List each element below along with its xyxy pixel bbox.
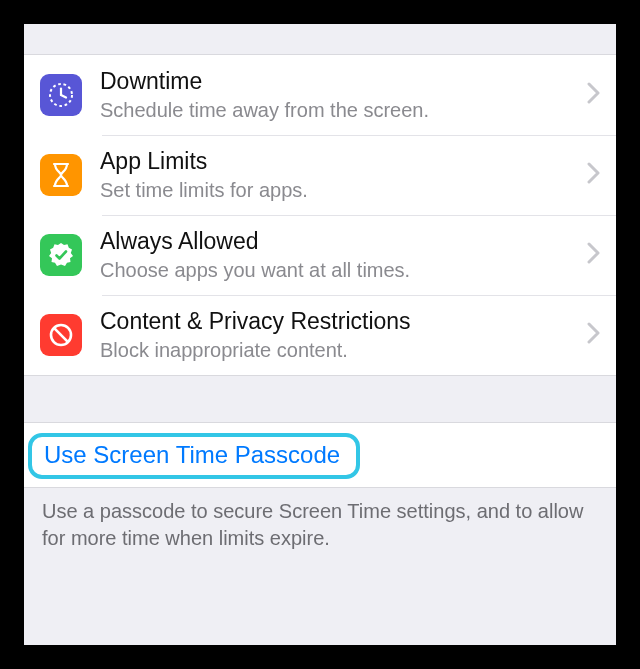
chevron-right-icon xyxy=(587,82,600,108)
annotation-highlight: Use Screen Time Passcode xyxy=(28,433,360,479)
row-title: Content & Privacy Restrictions xyxy=(100,307,579,336)
row-labels: Content & Privacy Restrictions Block ina… xyxy=(100,307,587,363)
row-labels: Downtime Schedule time away from the scr… xyxy=(100,67,587,123)
row-app-limits[interactable]: App Limits Set time limits for apps. xyxy=(24,135,616,215)
svg-line-4 xyxy=(54,328,68,342)
section-gap xyxy=(24,24,616,54)
row-labels: App Limits Set time limits for apps. xyxy=(100,147,587,203)
section-gap xyxy=(24,376,616,422)
chevron-right-icon xyxy=(587,242,600,268)
row-title: App Limits xyxy=(100,147,579,176)
svg-line-2 xyxy=(61,95,66,98)
settings-screen: Downtime Schedule time away from the scr… xyxy=(24,24,616,645)
check-badge-icon xyxy=(40,234,82,276)
row-labels: Always Allowed Choose apps you want at a… xyxy=(100,227,587,283)
section-footer-note: Use a passcode to secure Screen Time set… xyxy=(24,488,616,552)
screen-time-options-group: Downtime Schedule time away from the scr… xyxy=(24,54,616,376)
row-subtitle: Schedule time away from the screen. xyxy=(100,97,579,123)
row-always-allowed[interactable]: Always Allowed Choose apps you want at a… xyxy=(24,215,616,295)
no-entry-icon xyxy=(40,314,82,356)
row-subtitle: Set time limits for apps. xyxy=(100,177,579,203)
row-use-screen-time-passcode[interactable]: Use Screen Time Passcode xyxy=(24,422,616,488)
row-subtitle: Block inappropriate content. xyxy=(100,337,579,363)
passcode-link-label: Use Screen Time Passcode xyxy=(44,441,340,469)
row-downtime[interactable]: Downtime Schedule time away from the scr… xyxy=(24,55,616,135)
downtime-icon xyxy=(40,74,82,116)
chevron-right-icon xyxy=(587,162,600,188)
row-content-restrictions[interactable]: Content & Privacy Restrictions Block ina… xyxy=(24,295,616,375)
row-title: Always Allowed xyxy=(100,227,579,256)
row-title: Downtime xyxy=(100,67,579,96)
chevron-right-icon xyxy=(587,322,600,348)
row-subtitle: Choose apps you want at all times. xyxy=(100,257,579,283)
hourglass-icon xyxy=(40,154,82,196)
